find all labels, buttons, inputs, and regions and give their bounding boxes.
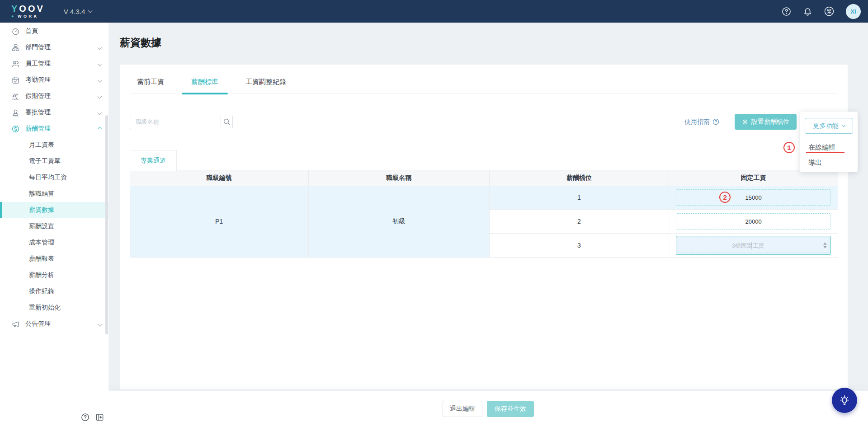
collapse-sidebar-icon[interactable] [95,413,104,422]
chevron-down-icon [98,78,102,82]
wage-input-wrapper: 2 [676,189,831,206]
sidebar-subitem-salary-data[interactable]: 薪資數據 [0,202,108,218]
notifications-bell-icon[interactable] [803,7,812,16]
menu-item-export[interactable]: 導出 [800,155,858,170]
org-chart-icon [12,44,19,52]
people-icon [12,60,19,68]
sidebar-item-home[interactable]: 首頁 [0,23,108,39]
wage-input-wrapper-focused [676,236,831,255]
setup-salary-band-button[interactable]: 設置薪酬檔位 [735,114,797,130]
sidebar-item-employee[interactable]: 員工管理 [0,56,108,72]
sidebar-item-attendance[interactable]: 考勤管理 [0,72,108,88]
more-functions-dropdown: 更多功能 在線編輯 導出 [800,112,858,172]
version-selector[interactable]: V 4.3.4 [64,8,92,15]
help-icon[interactable] [782,7,791,16]
chevron-down-icon [98,94,102,99]
language-toggle-icon[interactable]: 繁 [824,6,834,16]
tab-professional-channel[interactable]: 專業通道 [130,150,177,171]
beach-umbrella-icon [12,93,19,100]
stamp-icon [12,109,19,117]
sidebar-item-approval[interactable]: 審批管理 [0,104,108,121]
sidebar-subitem-compensation-analysis[interactable]: 薪酬分析 [0,267,108,283]
wage-input-band-3[interactable] [676,236,831,255]
sidebar-subitem-reinitialize[interactable]: 重新初始化 [0,300,108,316]
sidebar-item-label: 公告管理 [25,320,51,328]
sidebar-item-label: 薪酬分析 [29,271,54,279]
annotation-step-2-badge: 2 [719,192,731,203]
table-body: P1 初級 1 2 2 3 [130,186,838,258]
setup-button-label: 設置薪酬檔位 [751,118,789,126]
sidebar-subitem-e-payslip[interactable]: 電子工資單 [0,153,108,169]
exit-edit-button[interactable]: 退出編輯 [443,401,482,417]
sidebar-item-label: 月工資表 [29,141,54,149]
tab-wage-adjustment-records[interactable]: 工資調整紀錄 [245,78,286,94]
content-card: 當前工資 薪酬標準 工資調整紀錄 使用指南 設置薪酬檔位 專業通道 [120,65,848,389]
tab-compensation-standard[interactable]: 薪酬標準 [191,78,218,94]
tips-fab-button[interactable] [832,388,857,413]
sidebar-item-label: 考勤管理 [25,76,51,84]
topbar: YOOV ●WORK V 4.3.4 繁 XI [0,0,868,23]
sidebar-subitem-monthly-payroll[interactable]: 月工資表 [0,137,108,153]
tab-current-wage[interactable]: 當前工資 [137,78,164,94]
sidebar-scrollbar[interactable] [105,115,108,334]
col-header-rank-name: 職級名稱 [309,170,489,186]
cell-rank-name: 初級 [309,186,489,258]
sidebar-item-label: 薪酬管理 [25,125,51,133]
sidebar-item-label: 成本管理 [29,239,54,247]
usage-guide-link[interactable]: 使用指南 [684,118,719,126]
user-avatar[interactable]: XI [846,4,861,19]
stepper-up-icon[interactable] [823,243,827,245]
sidebar-subitem-compensation-settings[interactable]: 薪酬設置 [0,218,108,235]
lightbulb-icon [838,394,851,407]
megaphone-icon [12,320,19,328]
sidebar-item-label: 假期管理 [25,92,51,100]
channel-tabs-row: 專業通道 [130,150,838,170]
usage-guide-label: 使用指南 [684,118,710,126]
sidebar: 首頁 部門管理 員工管理 考勤管理 假期管理 [0,23,108,427]
toolbar: 使用指南 設置薪酬檔位 [130,114,838,130]
annotation-red-underline [806,152,844,153]
sidebar-subitem-operation-records[interactable]: 操作紀錄 [0,283,108,300]
stepper-down-icon[interactable] [823,246,827,249]
chevron-down-icon [98,45,102,50]
col-header-rank-code: 職級編號 [130,170,309,186]
sidebar-subitem-resignation-settlement[interactable]: 離職結算 [0,186,108,202]
sidebar-subitem-daily-average-wage[interactable]: 每日平均工資 [0,169,108,186]
sidebar-item-announcement[interactable]: 公告管理 [0,316,108,332]
chevron-down-icon [88,9,93,13]
sidebar-item-label: 操作紀錄 [29,287,54,296]
sidebar-item-label: 每日平均工資 [29,174,67,182]
yoov-work-logo: YOOV ●WORK [11,4,45,19]
chevron-down-icon [841,123,845,127]
sidebar-item-leave[interactable]: 假期管理 [0,88,108,104]
question-circle-icon [712,118,719,125]
sidebar-subitem-compensation-report[interactable]: 薪酬報表 [0,251,108,267]
col-header-salary-band: 薪酬檔位 [490,170,670,186]
search-group [130,115,233,129]
search-input[interactable] [130,115,221,129]
wage-input-band-1[interactable] [676,189,831,206]
sidebar-item-compensation[interactable]: 薪酬管理 [0,121,108,137]
sidebar-item-label: 部門管理 [25,43,51,52]
cell-wage-3 [669,234,838,258]
table-header: 職級編號 職級名稱 薪酬檔位 固定工資 [130,170,838,186]
help-circle-icon[interactable] [81,413,90,422]
wage-input-band-2[interactable] [676,213,831,230]
cell-band-1: 1 [490,186,670,210]
cell-wage-1: 2 [669,186,838,210]
save-and-apply-button[interactable]: 保存並生效 [487,401,534,417]
footer-action-bar: 退出編輯 保存並生效 [108,390,868,427]
gear-icon [742,119,748,125]
salary-table: 職級編號 職級名稱 薪酬檔位 固定工資 P1 初級 1 2 2 [130,170,838,258]
cell-wage-2 [669,210,838,234]
more-functions-button[interactable]: 更多功能 [805,118,853,134]
sidebar-subitem-cost-management[interactable]: 成本管理 [0,235,108,251]
logo-dot: ● [11,14,16,19]
sidebar-item-department[interactable]: 部門管理 [0,39,108,56]
search-button[interactable] [221,115,232,129]
sidebar-item-label: 審批管理 [25,108,51,117]
cell-rank-code: P1 [130,186,309,258]
number-stepper[interactable] [823,243,827,249]
chevron-down-icon [98,61,102,66]
text-cursor [751,242,751,249]
